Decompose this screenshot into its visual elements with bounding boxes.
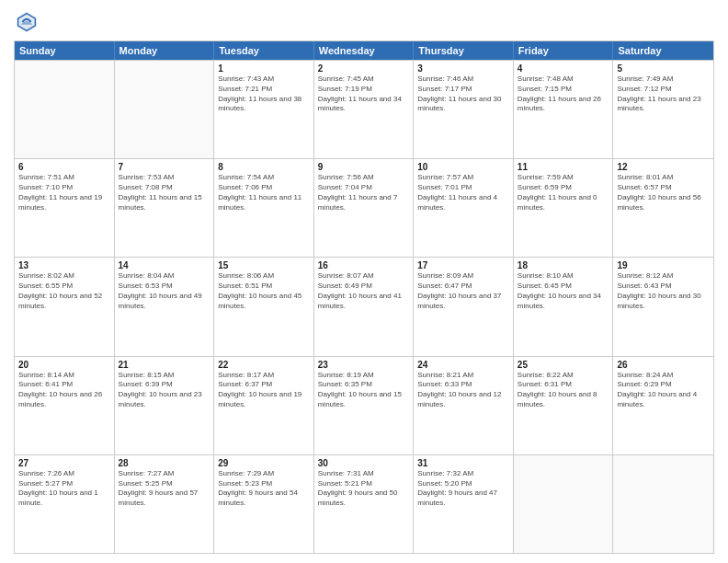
day-cell-8: 8Sunrise: 7:54 AM Sunset: 7:06 PM Daylig… [214, 159, 314, 257]
day-cell-25: 25Sunrise: 8:22 AM Sunset: 6:31 PM Dayli… [514, 357, 614, 454]
day-info: Sunrise: 8:15 AM Sunset: 6:39 PM Dayligh… [119, 371, 210, 410]
day-number: 30 [318, 458, 410, 468]
day-info: Sunrise: 7:51 AM Sunset: 7:10 PM Dayligh… [18, 173, 110, 213]
day-info: Sunrise: 8:21 AM Sunset: 6:33 PM Dayligh… [417, 371, 509, 410]
day-cell-3: 3Sunrise: 7:46 AM Sunset: 7:17 PM Daylig… [414, 61, 514, 158]
day-number: 12 [617, 162, 710, 172]
day-cell-5: 5Sunrise: 7:49 AM Sunset: 7:12 PM Daylig… [613, 61, 713, 158]
header-day-wednesday: Wednesday [314, 41, 415, 60]
day-number: 19 [617, 260, 710, 270]
day-number: 21 [119, 360, 210, 370]
day-cell-12: 12Sunrise: 8:01 AM Sunset: 6:57 PM Dayli… [613, 159, 713, 257]
day-info: Sunrise: 8:22 AM Sunset: 6:31 PM Dayligh… [518, 371, 609, 410]
day-info: Sunrise: 7:43 AM Sunset: 7:21 PM Dayligh… [218, 75, 310, 114]
day-info: Sunrise: 7:48 AM Sunset: 7:15 PM Dayligh… [518, 75, 609, 114]
day-number: 27 [18, 458, 110, 468]
day-info: Sunrise: 7:46 AM Sunset: 7:17 PM Dayligh… [417, 75, 509, 114]
empty-cell [115, 61, 215, 158]
day-info: Sunrise: 7:26 AM Sunset: 5:27 PM Dayligh… [18, 469, 110, 509]
day-number: 6 [18, 162, 110, 172]
day-info: Sunrise: 7:49 AM Sunset: 7:12 PM Dayligh… [617, 75, 710, 114]
week-row-5: 27Sunrise: 7:26 AM Sunset: 5:27 PM Dayli… [15, 454, 713, 553]
day-number: 2 [318, 63, 410, 74]
calendar-body: 1Sunrise: 7:43 AM Sunset: 7:21 PM Daylig… [15, 60, 713, 553]
day-number: 11 [518, 162, 609, 172]
header-day-monday: Monday [115, 41, 215, 60]
header [14, 9, 714, 35]
day-cell-2: 2Sunrise: 7:45 AM Sunset: 7:19 PM Daylig… [314, 61, 415, 158]
day-cell-23: 23Sunrise: 8:19 AM Sunset: 6:35 PM Dayli… [314, 357, 415, 454]
day-number: 23 [318, 360, 410, 370]
day-cell-19: 19Sunrise: 8:12 AM Sunset: 6:43 PM Dayli… [613, 258, 713, 355]
day-cell-17: 17Sunrise: 8:09 AM Sunset: 6:47 PM Dayli… [414, 258, 514, 355]
day-cell-31: 31Sunrise: 7:32 AM Sunset: 5:20 PM Dayli… [414, 455, 514, 553]
day-info: Sunrise: 8:09 AM Sunset: 6:47 PM Dayligh… [417, 271, 509, 311]
day-info: Sunrise: 7:56 AM Sunset: 7:04 PM Dayligh… [318, 173, 410, 213]
day-cell-22: 22Sunrise: 8:17 AM Sunset: 6:37 PM Dayli… [214, 357, 314, 454]
header-day-friday: Friday [514, 41, 614, 60]
day-number: 28 [119, 458, 210, 468]
day-info: Sunrise: 8:17 AM Sunset: 6:37 PM Dayligh… [218, 371, 310, 410]
day-info: Sunrise: 8:07 AM Sunset: 6:49 PM Dayligh… [318, 271, 410, 311]
day-cell-9: 9Sunrise: 7:56 AM Sunset: 7:04 PM Daylig… [314, 159, 415, 257]
header-day-saturday: Saturday [613, 41, 713, 60]
day-cell-4: 4Sunrise: 7:48 AM Sunset: 7:15 PM Daylig… [514, 61, 614, 158]
empty-cell [613, 455, 713, 553]
day-number: 18 [518, 260, 609, 270]
week-row-2: 6Sunrise: 7:51 AM Sunset: 7:10 PM Daylig… [15, 158, 713, 257]
week-row-4: 20Sunrise: 8:14 AM Sunset: 6:41 PM Dayli… [15, 356, 713, 454]
empty-cell [15, 61, 115, 158]
day-info: Sunrise: 7:32 AM Sunset: 5:20 PM Dayligh… [417, 469, 509, 509]
day-info: Sunrise: 7:59 AM Sunset: 6:59 PM Dayligh… [518, 173, 609, 213]
day-cell-7: 7Sunrise: 7:53 AM Sunset: 7:08 PM Daylig… [115, 159, 215, 257]
day-info: Sunrise: 8:06 AM Sunset: 6:51 PM Dayligh… [218, 271, 310, 311]
day-cell-6: 6Sunrise: 7:51 AM Sunset: 7:10 PM Daylig… [15, 159, 115, 257]
header-day-sunday: Sunday [15, 41, 115, 60]
day-cell-24: 24Sunrise: 8:21 AM Sunset: 6:33 PM Dayli… [414, 357, 514, 454]
day-info: Sunrise: 7:53 AM Sunset: 7:08 PM Dayligh… [119, 173, 210, 213]
day-number: 26 [617, 360, 710, 370]
day-cell-29: 29Sunrise: 7:29 AM Sunset: 5:23 PM Dayli… [214, 455, 314, 553]
day-info: Sunrise: 7:27 AM Sunset: 5:25 PM Dayligh… [119, 469, 210, 509]
day-number: 1 [218, 63, 310, 74]
day-number: 31 [417, 458, 509, 468]
day-info: Sunrise: 8:24 AM Sunset: 6:29 PM Dayligh… [617, 371, 710, 410]
day-number: 8 [218, 162, 310, 172]
logo-icon [14, 9, 40, 35]
day-info: Sunrise: 8:14 AM Sunset: 6:41 PM Dayligh… [18, 371, 110, 410]
day-number: 29 [218, 458, 310, 468]
day-cell-27: 27Sunrise: 7:26 AM Sunset: 5:27 PM Dayli… [15, 455, 115, 553]
day-info: Sunrise: 8:10 AM Sunset: 6:45 PM Dayligh… [518, 271, 609, 311]
day-number: 15 [218, 260, 310, 270]
day-info: Sunrise: 8:02 AM Sunset: 6:55 PM Dayligh… [18, 271, 110, 311]
day-number: 20 [18, 360, 110, 370]
day-number: 25 [518, 360, 609, 370]
day-cell-28: 28Sunrise: 7:27 AM Sunset: 5:25 PM Dayli… [115, 455, 215, 553]
day-info: Sunrise: 7:29 AM Sunset: 5:23 PM Dayligh… [218, 469, 310, 509]
day-cell-13: 13Sunrise: 8:02 AM Sunset: 6:55 PM Dayli… [15, 258, 115, 355]
header-day-thursday: Thursday [414, 41, 514, 60]
day-info: Sunrise: 8:19 AM Sunset: 6:35 PM Dayligh… [318, 371, 410, 410]
day-number: 13 [18, 260, 110, 270]
day-number: 5 [617, 63, 710, 74]
day-info: Sunrise: 7:57 AM Sunset: 7:01 PM Dayligh… [417, 173, 509, 213]
day-number: 14 [119, 260, 210, 270]
calendar: SundayMondayTuesdayWednesdayThursdayFrid… [14, 40, 714, 554]
day-cell-11: 11Sunrise: 7:59 AM Sunset: 6:59 PM Dayli… [514, 159, 614, 257]
day-info: Sunrise: 8:12 AM Sunset: 6:43 PM Dayligh… [617, 271, 710, 311]
day-info: Sunrise: 8:04 AM Sunset: 6:53 PM Dayligh… [119, 271, 210, 311]
page: SundayMondayTuesdayWednesdayThursdayFrid… [0, 0, 728, 563]
day-number: 4 [518, 63, 609, 74]
week-row-1: 1Sunrise: 7:43 AM Sunset: 7:21 PM Daylig… [15, 60, 713, 158]
day-number: 17 [417, 260, 509, 270]
day-cell-15: 15Sunrise: 8:06 AM Sunset: 6:51 PM Dayli… [214, 258, 314, 355]
day-info: Sunrise: 7:45 AM Sunset: 7:19 PM Dayligh… [318, 75, 410, 114]
day-number: 24 [417, 360, 509, 370]
header-day-tuesday: Tuesday [214, 41, 314, 60]
day-cell-14: 14Sunrise: 8:04 AM Sunset: 6:53 PM Dayli… [115, 258, 215, 355]
day-cell-18: 18Sunrise: 8:10 AM Sunset: 6:45 PM Dayli… [514, 258, 614, 355]
day-number: 7 [119, 162, 210, 172]
day-number: 3 [417, 63, 509, 74]
day-number: 16 [318, 260, 410, 270]
day-cell-1: 1Sunrise: 7:43 AM Sunset: 7:21 PM Daylig… [214, 61, 314, 158]
